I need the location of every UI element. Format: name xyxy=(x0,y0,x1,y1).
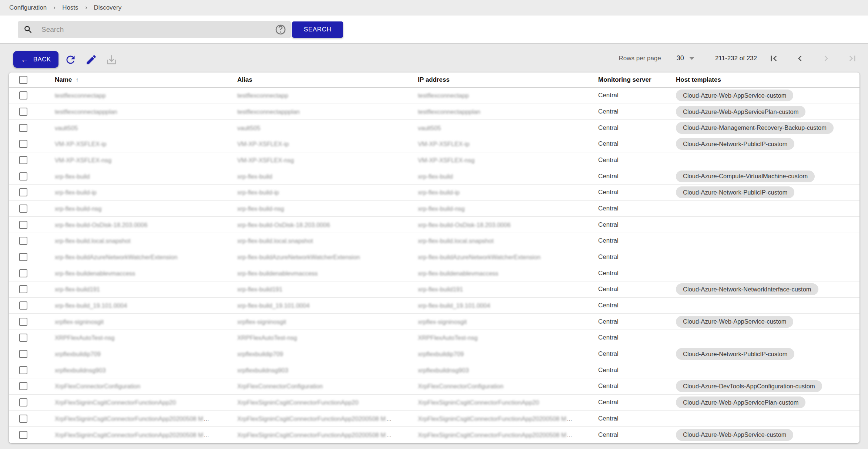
row-checkbox[interactable] xyxy=(19,108,27,116)
row-ip: XRPFlexAutoTest-nsg xyxy=(418,334,477,341)
rows-per-page-select[interactable]: 30 xyxy=(677,54,694,62)
table-row[interactable]: xrp-flex-build.local.snapshot xrp-flex-b… xyxy=(9,233,859,249)
row-checkbox[interactable] xyxy=(19,301,27,310)
table-row[interactable]: XrpFlexSigninCsgitConnectorFunctionApp20… xyxy=(9,427,859,443)
row-checkbox[interactable] xyxy=(19,205,27,213)
row-host-templates: Cloud-Azure-Web-AppService-custom xyxy=(676,429,793,441)
table-row[interactable]: vault505 vault505 vault505 Central Cloud… xyxy=(9,120,859,136)
chevron-right-icon xyxy=(52,5,57,10)
row-checkbox[interactable] xyxy=(19,431,27,439)
previous-page-button[interactable] xyxy=(793,51,807,65)
row-checkbox[interactable] xyxy=(19,318,27,326)
row-checkbox[interactable] xyxy=(19,253,27,261)
refresh-button[interactable] xyxy=(64,53,77,66)
search-input[interactable] xyxy=(33,26,275,34)
table-row[interactable]: xrp-flex-build-nsg xrp-flex-build-nsg xr… xyxy=(9,201,859,217)
host-template-chip: Cloud-Azure-Network-NetworkInterface-cus… xyxy=(676,283,818,295)
back-button[interactable]: ← BACK xyxy=(13,51,58,68)
column-header-alias[interactable]: Alias xyxy=(237,76,252,84)
row-checkbox[interactable] xyxy=(19,156,27,164)
breadcrumb-item-configuration[interactable]: Configuration xyxy=(9,4,47,11)
row-checkbox[interactable] xyxy=(19,334,27,342)
table-row[interactable]: VM-XP-XSFLEX-ip VM-XP-XSFLEX-ip VM-XP-XS… xyxy=(9,136,859,152)
row-host-templates: Cloud-Azure-Compute-VirtualMachine-custo… xyxy=(676,171,815,182)
breadcrumb-item-discovery[interactable]: Discovery xyxy=(94,4,122,11)
column-header-ip[interactable]: IP address xyxy=(418,76,450,84)
table-row[interactable]: XrpFlexSigninCsgitConnectorFunctionApp20… xyxy=(9,395,859,411)
host-template-chip: Cloud-Azure-Compute-VirtualMachine-custo… xyxy=(676,171,815,182)
last-page-button[interactable] xyxy=(845,51,859,65)
table-row[interactable]: XrpFlexConnectorConfiguration XrpFlexCon… xyxy=(9,378,859,395)
table-row[interactable]: XRPFlexAutoTest-nsg XRPFlexAutoTest-nsg … xyxy=(9,330,859,346)
row-checkbox[interactable] xyxy=(19,398,27,406)
table-row[interactable]: xrpflexbuildip709 xrpflexbuildip709 xrpf… xyxy=(9,346,859,362)
column-header-name[interactable]: Name↑ xyxy=(55,76,78,84)
row-ip: vault505 xyxy=(418,124,441,131)
table-row[interactable]: xrpflex-signinosgit xrpflex-signinosgit … xyxy=(9,314,859,330)
next-page-button[interactable] xyxy=(819,51,833,65)
row-checkbox[interactable] xyxy=(19,350,27,358)
row-alias: xrp-flex-build-ip xyxy=(237,189,279,196)
row-name: XRPFlexAutoTest-nsg xyxy=(55,334,114,341)
row-ip: XrpFlexSigninCsgitConnectorFunctionApp20… xyxy=(418,431,572,438)
table-body: testflexconnectapp testflexconnectapp te… xyxy=(9,88,859,443)
row-name: xrp-flex-build-ip xyxy=(55,189,97,196)
row-alias: XrpFlexConnectorConfiguration xyxy=(237,383,323,390)
row-checkbox[interactable] xyxy=(19,237,27,245)
row-name: xrp-flex-build_19.101.0004 xyxy=(55,302,127,309)
table-row[interactable]: xrp-flex-buildAzureNetworkWatcherExtensi… xyxy=(9,249,859,266)
row-checkbox[interactable] xyxy=(19,221,27,229)
table-row[interactable]: testflexconnectapp testflexconnectapp te… xyxy=(9,88,859,104)
row-ip: xrp-flex-build-ip xyxy=(418,189,460,196)
row-checkbox[interactable] xyxy=(19,382,27,390)
row-monitoring-server: Central xyxy=(598,382,619,390)
row-name: vault505 xyxy=(55,124,78,131)
column-header-monitoring-server[interactable]: Monitoring server xyxy=(598,76,651,84)
row-checkbox[interactable] xyxy=(19,188,27,196)
table-row[interactable]: testflexconnectappplan testflexconnectap… xyxy=(9,104,859,120)
help-icon[interactable] xyxy=(275,24,286,36)
table-row[interactable]: xrp-flex-buildenablevmaccess xrp-flex-bu… xyxy=(9,265,859,281)
edit-button[interactable] xyxy=(84,53,98,66)
row-checkbox[interactable] xyxy=(19,269,27,277)
row-checkbox[interactable] xyxy=(19,140,27,148)
breadcrumb-item-hosts[interactable]: Hosts xyxy=(62,4,78,11)
table-row[interactable]: xrp-flex-build-ip xrp-flex-build-ip xrp-… xyxy=(9,185,859,201)
row-checkbox[interactable] xyxy=(19,415,27,423)
table-header-row: Name↑ Alias IP address Monitoring server… xyxy=(9,72,859,88)
first-page-button[interactable] xyxy=(767,51,781,65)
table-row[interactable]: xrpflexbuildnsg903 xrpflexbuildnsg903 xr… xyxy=(9,362,859,378)
row-checkbox[interactable] xyxy=(19,366,27,374)
table-row[interactable]: xrp-flex-build191 xrp-flex-build191 xrp-… xyxy=(9,281,859,298)
table-row[interactable]: xrp-flex-build xrp-flex-build xrp-flex-b… xyxy=(9,168,859,185)
row-ip: VM-XP-XSFLEX-nsg xyxy=(418,157,475,164)
row-host-templates: Cloud-Azure-Web-AppService-custom xyxy=(676,90,793,101)
row-monitoring-server: Central xyxy=(598,302,619,309)
table-row[interactable]: XrpFlexSigninCsgitConnectorFunctionApp20… xyxy=(9,411,859,427)
row-host-templates: Cloud-Azure-Network-PublicIP-custom xyxy=(676,138,794,150)
table-row[interactable]: VM-XP-XSFLEX-nsg VM-XP-XSFLEX-nsg VM-XP-… xyxy=(9,152,859,169)
row-name: xrp-flex-buildenablevmaccess xyxy=(55,270,135,277)
search-button[interactable]: SEARCH xyxy=(292,21,343,38)
column-header-host-templates[interactable]: Host templates xyxy=(676,76,721,84)
search-box[interactable] xyxy=(18,21,291,38)
select-all-checkbox[interactable] xyxy=(19,76,27,84)
host-template-chip: Cloud-Azure-Management-Recovery-Backup-c… xyxy=(676,122,834,134)
row-alias: xrp-flex-build.local.snapshot xyxy=(237,237,313,244)
row-ip: xrp-flex-buildAzureNetworkWatcherExtensi… xyxy=(418,254,540,261)
row-checkbox[interactable] xyxy=(19,172,27,180)
row-ip: testflexconnectappplan xyxy=(418,108,480,115)
row-ip: XrpFlexSigninCsgitConnectorFunctionApp20 xyxy=(418,399,539,406)
row-host-templates: Cloud-Azure-Web-AppServicePlan-custom xyxy=(676,106,805,118)
table-row[interactable]: xrp-flex-build-OsDisk-18.203.0006 xrp-fl… xyxy=(9,217,859,233)
arrow-left-icon: ← xyxy=(21,55,29,63)
row-name: VM-XP-XSFLEX-ip xyxy=(55,141,106,148)
row-monitoring-server: Central xyxy=(598,92,619,99)
row-checkbox[interactable] xyxy=(19,285,27,293)
download-button[interactable] xyxy=(105,53,118,66)
chevron-left-icon xyxy=(794,53,805,64)
row-ip: xrpflexbuildip709 xyxy=(418,351,464,358)
table-row[interactable]: xrp-flex-build_19.101.0004 xrp-flex-buil… xyxy=(9,298,859,314)
row-checkbox[interactable] xyxy=(19,124,27,132)
row-checkbox[interactable] xyxy=(19,91,27,99)
